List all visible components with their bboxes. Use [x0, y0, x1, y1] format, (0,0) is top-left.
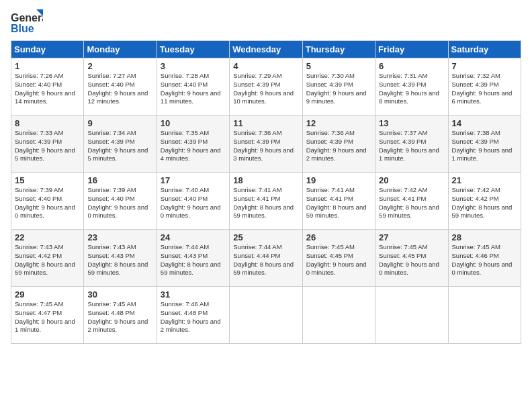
cell-info: Sunrise: 7:42 AMSunset: 4:41 PMDaylight:…: [379, 186, 439, 219]
dow-cell: Wednesday: [230, 41, 302, 58]
day-number: 20: [379, 175, 444, 185]
cell-info: Sunrise: 7:42 AMSunset: 4:42 PMDaylight:…: [452, 186, 513, 219]
calendar-cell: 21 Sunrise: 7:42 AMSunset: 4:42 PMDaylig…: [448, 173, 521, 230]
day-number: 3: [161, 61, 226, 71]
day-number: 21: [452, 175, 517, 185]
calendar-cell: 5 Sunrise: 7:30 AMSunset: 4:39 PMDayligh…: [302, 58, 375, 116]
calendar-cell: 14 Sunrise: 7:38 AMSunset: 4:39 PMDaylig…: [448, 116, 521, 173]
cell-info: Sunrise: 7:45 AMSunset: 4:47 PMDaylight:…: [15, 300, 75, 333]
cell-info: Sunrise: 7:31 AMSunset: 4:39 PMDaylight:…: [379, 72, 439, 105]
cell-info: Sunrise: 7:39 AMSunset: 4:40 PMDaylight:…: [15, 186, 75, 219]
dow-cell: Friday: [375, 41, 448, 58]
calendar-cell: 8 Sunrise: 7:33 AMSunset: 4:39 PMDayligh…: [11, 116, 84, 173]
calendar-week: 8 Sunrise: 7:33 AMSunset: 4:39 PMDayligh…: [11, 116, 521, 173]
dow-cell: Monday: [84, 41, 157, 58]
day-number: 31: [161, 289, 226, 300]
cell-info: Sunrise: 7:28 AMSunset: 4:40 PMDaylight:…: [161, 72, 221, 105]
day-number: 23: [87, 232, 152, 242]
dow-cell: Tuesday: [157, 41, 229, 58]
day-number: 29: [15, 289, 80, 300]
calendar-cell: 1 Sunrise: 7:26 AMSunset: 4:40 PMDayligh…: [11, 58, 84, 116]
cell-info: Sunrise: 7:35 AMSunset: 4:39 PMDaylight:…: [161, 129, 221, 162]
cell-info: Sunrise: 7:44 AMSunset: 4:43 PMDaylight:…: [161, 243, 221, 276]
day-number: 6: [379, 61, 444, 71]
calendar-cell: 3 Sunrise: 7:28 AMSunset: 4:40 PMDayligh…: [157, 58, 229, 116]
dow-cell: Saturday: [448, 41, 521, 58]
cell-info: Sunrise: 7:43 AMSunset: 4:43 PMDaylight:…: [87, 243, 148, 276]
day-number: 27: [379, 232, 444, 242]
logo-icon: General Blue: [11, 8, 43, 35]
cell-info: Sunrise: 7:36 AMSunset: 4:39 PMDaylight:…: [306, 129, 367, 162]
day-number: 15: [15, 175, 80, 185]
cell-info: Sunrise: 7:38 AMSunset: 4:39 PMDaylight:…: [452, 129, 513, 162]
calendar-cell: 20 Sunrise: 7:42 AMSunset: 4:41 PMDaylig…: [375, 173, 448, 230]
day-number: 26: [306, 232, 371, 242]
cell-info: Sunrise: 7:41 AMSunset: 4:41 PMDaylight:…: [306, 186, 367, 219]
calendar-cell: 7 Sunrise: 7:32 AMSunset: 4:39 PMDayligh…: [448, 58, 521, 116]
calendar-cell: 29 Sunrise: 7:45 AMSunset: 4:47 PMDaylig…: [11, 287, 84, 344]
day-number: 17: [161, 175, 226, 185]
calendar-cell: 27 Sunrise: 7:45 AMSunset: 4:45 PMDaylig…: [375, 230, 448, 287]
cell-info: Sunrise: 7:37 AMSunset: 4:39 PMDaylight:…: [379, 129, 439, 162]
day-number: 10: [161, 118, 226, 128]
calendar-week: 22 Sunrise: 7:43 AMSunset: 4:42 PMDaylig…: [11, 230, 521, 287]
calendar-cell: 18 Sunrise: 7:41 AMSunset: 4:41 PMDaylig…: [230, 173, 302, 230]
calendar-cell: 22 Sunrise: 7:43 AMSunset: 4:42 PMDaylig…: [11, 230, 84, 287]
calendar-cell: 17 Sunrise: 7:40 AMSunset: 4:40 PMDaylig…: [157, 173, 229, 230]
calendar-cell: 30 Sunrise: 7:45 AMSunset: 4:48 PMDaylig…: [84, 287, 157, 344]
day-number: 7: [452, 61, 517, 71]
calendar-cell: 11 Sunrise: 7:36 AMSunset: 4:39 PMDaylig…: [230, 116, 302, 173]
day-number: 24: [161, 232, 226, 242]
day-number: 25: [233, 232, 298, 242]
calendar-cell: [375, 287, 448, 344]
day-number: 8: [15, 118, 80, 128]
calendar-week: 29 Sunrise: 7:45 AMSunset: 4:47 PMDaylig…: [11, 287, 521, 344]
day-of-week-header: SundayMondayTuesdayWednesdayThursdayFrid…: [11, 41, 521, 58]
day-number: 22: [15, 232, 80, 242]
cell-info: Sunrise: 7:39 AMSunset: 4:40 PMDaylight:…: [87, 186, 148, 219]
calendar-cell: [448, 287, 521, 344]
calendar-cell: 6 Sunrise: 7:31 AMSunset: 4:39 PMDayligh…: [375, 58, 448, 116]
cell-info: Sunrise: 7:43 AMSunset: 4:42 PMDaylight:…: [15, 243, 75, 276]
cell-info: Sunrise: 7:45 AMSunset: 4:46 PMDaylight:…: [452, 243, 513, 276]
cell-info: Sunrise: 7:34 AMSunset: 4:39 PMDaylight:…: [87, 129, 148, 162]
day-number: 18: [233, 175, 298, 185]
cell-info: Sunrise: 7:45 AMSunset: 4:45 PMDaylight:…: [379, 243, 439, 276]
cell-info: Sunrise: 7:45 AMSunset: 4:45 PMDaylight:…: [306, 243, 367, 276]
cell-info: Sunrise: 7:32 AMSunset: 4:39 PMDaylight:…: [452, 72, 513, 105]
day-number: 11: [233, 118, 298, 128]
day-number: 28: [452, 232, 517, 242]
page-container: General Blue SundayMondayTuesdayWednesda…: [0, 0, 532, 349]
cell-info: Sunrise: 7:26 AMSunset: 4:40 PMDaylight:…: [15, 72, 75, 105]
day-number: 5: [306, 61, 371, 71]
cell-info: Sunrise: 7:30 AMSunset: 4:39 PMDaylight:…: [306, 72, 367, 105]
calendar-cell: [230, 287, 302, 344]
calendar-cell: 23 Sunrise: 7:43 AMSunset: 4:43 PMDaylig…: [84, 230, 157, 287]
calendar-cell: 2 Sunrise: 7:27 AMSunset: 4:40 PMDayligh…: [84, 58, 157, 116]
day-number: 9: [87, 118, 152, 128]
day-number: 14: [452, 118, 517, 128]
calendar-cell: 4 Sunrise: 7:29 AMSunset: 4:39 PMDayligh…: [230, 58, 302, 116]
day-number: 13: [379, 118, 444, 128]
calendar-cell: 31 Sunrise: 7:46 AMSunset: 4:48 PMDaylig…: [157, 287, 229, 344]
header: General Blue: [11, 8, 521, 35]
calendar-week: 15 Sunrise: 7:39 AMSunset: 4:40 PMDaylig…: [11, 173, 521, 230]
svg-text:General: General: [11, 12, 43, 24]
dow-cell: Sunday: [11, 41, 84, 58]
cell-info: Sunrise: 7:33 AMSunset: 4:39 PMDaylight:…: [15, 129, 75, 162]
calendar-body: 1 Sunrise: 7:26 AMSunset: 4:40 PMDayligh…: [11, 58, 521, 344]
svg-text:Blue: Blue: [11, 23, 34, 34]
calendar-cell: 25 Sunrise: 7:44 AMSunset: 4:44 PMDaylig…: [230, 230, 302, 287]
cell-info: Sunrise: 7:40 AMSunset: 4:40 PMDaylight:…: [161, 186, 221, 219]
calendar-cell: 19 Sunrise: 7:41 AMSunset: 4:41 PMDaylig…: [302, 173, 375, 230]
cell-info: Sunrise: 7:45 AMSunset: 4:48 PMDaylight:…: [87, 300, 148, 333]
cell-info: Sunrise: 7:44 AMSunset: 4:44 PMDaylight:…: [233, 243, 294, 276]
cell-info: Sunrise: 7:29 AMSunset: 4:39 PMDaylight:…: [233, 72, 294, 105]
calendar-cell: [302, 287, 375, 344]
day-number: 2: [87, 61, 152, 71]
cell-info: Sunrise: 7:36 AMSunset: 4:39 PMDaylight:…: [233, 129, 294, 162]
calendar-table: SundayMondayTuesdayWednesdayThursdayFrid…: [11, 40, 521, 344]
calendar-cell: 15 Sunrise: 7:39 AMSunset: 4:40 PMDaylig…: [11, 173, 84, 230]
calendar-week: 1 Sunrise: 7:26 AMSunset: 4:40 PMDayligh…: [11, 58, 521, 116]
cell-info: Sunrise: 7:41 AMSunset: 4:41 PMDaylight:…: [233, 186, 294, 219]
